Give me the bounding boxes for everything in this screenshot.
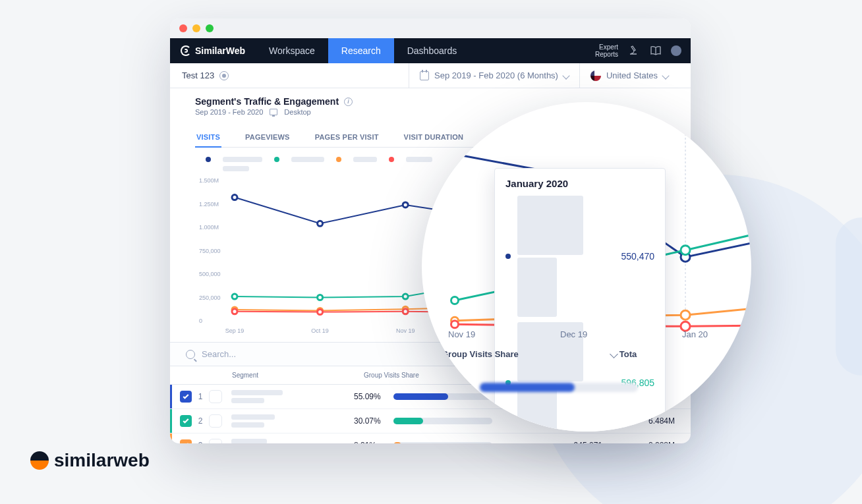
zoom-xlabel: Dec 19 [560,329,587,339]
svg-point-31 [681,246,690,255]
gear-icon[interactable] [219,71,229,80]
tooltip-value: 550,470 [621,251,654,262]
tab-visits[interactable]: VISITS [195,128,221,148]
country-picker[interactable]: United States [579,63,679,88]
legend-dot-4 [389,157,394,162]
table-row[interactable]: 3 8.31% 945,071 2.228M [170,434,691,443]
svg-point-35 [681,310,690,320]
similarweb-brand-logo: similarweb [30,450,150,471]
row-number: 3 [192,441,209,443]
total-value: 2.228M [602,441,675,443]
svg-point-29 [451,297,459,304]
chevron-down-icon [662,72,669,79]
info-icon[interactable] [344,98,353,106]
y-tick: 1.500M [199,177,219,184]
tooltip-row: 550,470 [505,196,654,317]
y-tick: 1.000M [199,224,219,231]
logo-icon [181,45,191,56]
page-title: Test 123 [182,70,214,80]
tab-pages-per-visit[interactable]: PAGES PER VISIT [314,128,380,147]
checkbox[interactable] [180,415,192,427]
sort-desc-icon [610,350,618,358]
share-bar [393,418,492,424]
nav-dashboards[interactable]: Dashboards [394,38,471,63]
avatar[interactable] [671,45,681,56]
svg-point-6 [232,294,237,299]
share-bar [393,442,492,443]
share-value: 8.31% [354,441,393,443]
chart-tooltip: January 2020 550,470 596,805 162,536 87,… [494,168,666,432]
y-tick: 500,000 [199,271,221,277]
svg-point-19 [318,310,323,315]
y-tick: 250,000 [199,294,221,301]
minimize-icon[interactable] [192,24,200,32]
svg-point-20 [403,309,408,314]
x-tick: Oct 19 [311,327,329,334]
legend-dot-2 [274,157,279,162]
zoom-table-header: Group Visits Share Tota [442,349,732,359]
segment-color-swatch[interactable] [209,414,222,428]
segment-color-swatch[interactable] [209,390,222,403]
series-dot-icon [505,254,511,259]
app-header: SimilarWeb Workspace Research Dashboards… [170,38,691,63]
checkbox[interactable] [180,439,192,443]
y-tick: 0 [199,318,202,324]
svg-point-7 [318,295,323,300]
legend-dot-1 [206,157,211,162]
swirl-icon [30,451,49,470]
svg-point-8 [403,294,408,299]
maximize-icon[interactable] [206,24,214,32]
microscope-icon[interactable] [627,45,639,57]
zoom-lens: January 2020 550,470 596,805 162,536 87,… [422,102,751,432]
search-icon [186,350,195,359]
zoom-share-bar [480,383,638,392]
share-value: 30.07% [354,416,393,426]
chevron-down-icon [562,72,569,79]
row-number: 1 [192,392,209,401]
zoom-xlabel: Nov 19 [448,329,475,339]
svg-point-2 [403,202,408,208]
svg-point-18 [232,309,237,314]
us-flag-icon [590,70,601,81]
book-icon[interactable] [650,45,662,57]
expert-reports-link[interactable]: Expert Reports [595,43,618,58]
nav-research[interactable]: Research [328,38,394,63]
tab-visit-duration[interactable]: VISIT DURATION [403,128,465,147]
app-logo[interactable]: SimilarWeb [170,45,256,56]
share-bar [393,393,492,400]
date-range-picker[interactable]: Sep 2019 - Feb 2020 (6 Months) [409,63,579,88]
tooltip-title: January 2020 [505,178,654,189]
calendar-icon [420,71,429,80]
window-titlebar [170,18,691,38]
svg-point-0 [232,195,237,200]
desktop-icon [270,109,277,115]
tab-pageviews[interactable]: PAGEVIEWS [244,128,291,147]
y-tick: 1.250M [199,201,219,208]
x-tick: Nov 19 [396,327,415,334]
share-value: 55.09% [354,392,393,401]
sub-header: Test 123 Sep 2019 - Feb 2020 (6 Months) … [170,63,691,88]
svg-point-37 [451,321,459,328]
svg-point-1 [318,221,323,226]
segment-color-swatch[interactable] [209,439,222,443]
close-icon[interactable] [179,24,187,32]
row-number: 2 [192,416,209,426]
zoom-xlabel: Jan 20 [682,329,708,339]
legend-dot-3 [336,157,341,162]
x-tick: Sep 19 [225,327,244,334]
nav-workspace[interactable]: Workspace [256,38,328,63]
checkbox[interactable] [180,391,192,403]
y-tick: 750,000 [199,248,221,254]
visits-value: 945,071 [543,441,602,443]
